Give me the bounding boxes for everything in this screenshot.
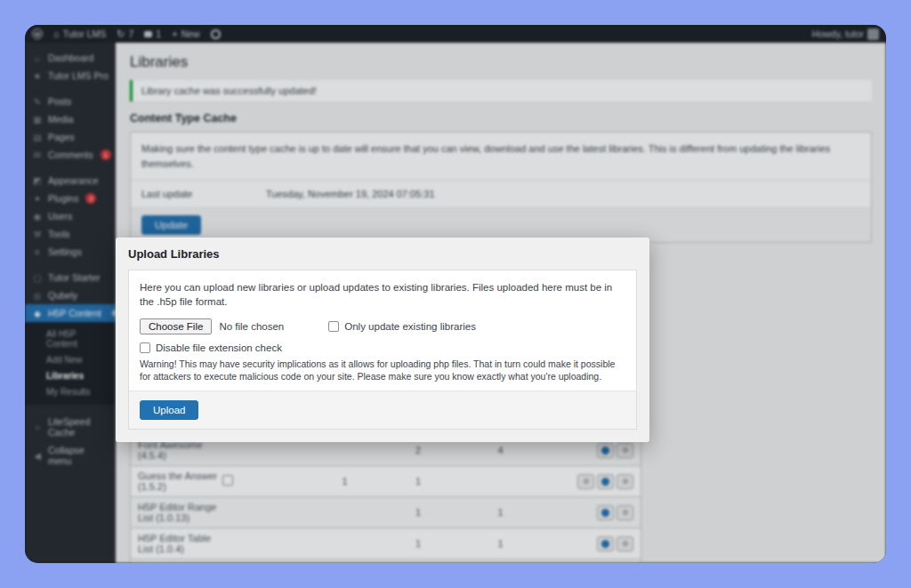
delete-library-button[interactable]	[617, 536, 633, 552]
site-name-link[interactable]: ⌂ Tutor LMS	[53, 28, 106, 39]
sidebar-item-label: Settings	[48, 246, 82, 257]
sidebar-item-tools[interactable]: ⚒Tools	[25, 225, 116, 243]
contents-using-count: 1	[378, 538, 458, 549]
circle-icon	[623, 510, 628, 515]
upload-description: Here you can upload new libraries or upl…	[140, 280, 625, 309]
upgrade-library-button[interactable]	[597, 474, 614, 489]
comments-count: 1	[156, 28, 161, 39]
content-results-button[interactable]	[577, 474, 594, 489]
updates-icon: ↻	[117, 29, 125, 39]
upgrade-icon	[601, 540, 609, 548]
litespeed-toolbar-icon[interactable]	[211, 29, 221, 39]
sidebar-subitem-my-results[interactable]: My Results	[25, 383, 116, 399]
pages-icon: ▤	[32, 133, 43, 142]
sidebar-subitem-libraries[interactable]: Libraries	[25, 367, 116, 383]
library-title: Guess the Answer (1.5.2)	[138, 471, 222, 492]
success-notice: Library cache was successfully updated!	[130, 80, 872, 101]
sidebar-item-label: LiteSpeed Cache	[48, 416, 109, 438]
sidebar-item-appearance[interactable]: ◩Appearance	[25, 172, 116, 189]
sidebar-item-dashboard[interactable]: ⌂Dashboard	[25, 49, 116, 67]
sidebar-item-label: Tools	[48, 229, 70, 239]
contents-using-count: 2	[378, 445, 458, 455]
comment-bubble-icon	[144, 31, 152, 37]
actions-cell	[543, 443, 633, 458]
actions-cell	[543, 536, 633, 552]
media-icon: ▦	[32, 115, 43, 125]
delete-library-button[interactable]	[617, 443, 633, 458]
collapse-arrow-icon: ◀	[32, 451, 43, 461]
restricted-checkbox[interactable]	[222, 475, 233, 486]
last-update-label: Last update	[141, 189, 266, 199]
notice-text: Library cache was successfully updated!	[141, 85, 317, 96]
sidebar-item-label: Users	[48, 211, 72, 222]
sidebar-item-plugins[interactable]: ✦Plugins2	[25, 189, 116, 207]
home-icon: ⌂	[53, 29, 60, 39]
howdy-menu[interactable]: Howdy, tutor	[812, 28, 879, 40]
update-cache-button[interactable]: Update	[141, 215, 201, 235]
disable-extension-check-checkbox[interactable]	[140, 342, 150, 353]
no-file-chosen-text: No file chosen	[219, 321, 284, 332]
howdy-text: Howdy, tutor	[812, 28, 864, 39]
sidebar-item-users[interactable]: ◉Users	[25, 207, 116, 225]
content-type-cache-heading: Content Type Cache	[130, 112, 872, 125]
only-update-checkbox[interactable]	[328, 321, 339, 332]
users-icon: ◉	[32, 212, 43, 222]
libraries-using-count: 4	[458, 445, 543, 455]
new-menu[interactable]: + New	[172, 28, 199, 39]
tools-icon: ⚒	[32, 230, 43, 239]
sidebar-menu: ⌂Dashboard★Tutor LMS Pro✎Posts▦Media▤Pag…	[25, 49, 116, 470]
upload-libraries-heading: Upload Libraries	[128, 247, 637, 261]
sidebar-item-comments[interactable]: ✉Comments1	[25, 146, 116, 164]
h5p-submenu: All H5P ContentAdd NewLibrariesMy Result…	[25, 322, 116, 405]
plus-icon: +	[172, 29, 177, 39]
browser-window: W ⌂ Tutor LMS ↻ 7 1 + New Howdy, tutor	[25, 25, 886, 563]
restricted-cell	[222, 475, 311, 487]
upload-libraries-modal: Upload Libraries Here you can upload new…	[116, 238, 649, 442]
libraries-using-count: 1	[458, 507, 543, 518]
user-avatar	[867, 28, 879, 40]
sidebar-item-label: Tutor Starter	[48, 272, 101, 283]
sidebar-item-media[interactable]: ▦Media	[25, 110, 116, 128]
plugin-icon: ✦	[32, 194, 43, 204]
tutor-starter-icon: ▢	[32, 273, 43, 283]
new-label: New	[181, 28, 200, 39]
litespeed-icon: ○	[32, 423, 43, 432]
table-row-h5p-editor-table-list-1-0-4: H5P Editor Table List (1.0.4)11	[130, 528, 641, 559]
sidebar-subitem-add-new[interactable]: Add New	[25, 351, 116, 367]
sidebar-item-label: Plugins	[48, 193, 78, 204]
sidebar-item-pages[interactable]: ▤Pages	[25, 128, 116, 146]
library-title: Font Awesome (4.5.4)	[138, 439, 222, 461]
upload-button[interactable]: Upload	[140, 400, 198, 420]
count-badge: 1	[101, 149, 111, 160]
sidebar-item-collapse-menu[interactable]: ◀Collapse menu	[25, 441, 116, 470]
table-row-h5p-editor-range-list-1-0-13: H5P Editor Range List (1.0.13)11	[130, 496, 641, 528]
sidebar-item-qubely[interactable]: ◎Qubely	[25, 286, 116, 304]
choose-file-button[interactable]: Choose File	[140, 318, 212, 334]
contents-using-count: 1	[378, 476, 458, 487]
delete-library-button[interactable]	[617, 505, 633, 520]
sidebar-item-h5p-content[interactable]: ◆H5P Content	[25, 304, 116, 322]
library-title: H5P Editor Range List (1.0.13)	[138, 502, 222, 523]
contents-count: 1	[311, 476, 378, 487]
upgrade-library-button[interactable]	[597, 536, 614, 552]
sidebar-item-litespeed-cache[interactable]: ○LiteSpeed Cache	[25, 413, 116, 441]
sidebar-item-settings[interactable]: ≡Settings	[25, 243, 116, 261]
sidebar-item-label: Dashboard	[48, 52, 93, 63]
comments-indicator[interactable]: 1	[144, 28, 161, 39]
updates-indicator[interactable]: ↻ 7	[117, 28, 133, 39]
count-badge: 2	[85, 193, 96, 204]
wp-admin-bar: W ⌂ Tutor LMS ↻ 7 1 + New Howdy, tutor	[25, 25, 886, 43]
sidebar-item-posts[interactable]: ✎Posts	[25, 93, 116, 110]
delete-library-button[interactable]	[617, 474, 633, 489]
sidebar-item-tutor-starter[interactable]: ▢Tutor Starter	[25, 269, 116, 286]
sidebar-item-tutor-lms-pro[interactable]: ★Tutor LMS Pro	[25, 67, 116, 85]
sidebar-item-label: H5P Content	[48, 308, 101, 318]
appearance-icon: ◩	[32, 176, 43, 186]
graduation-cap-icon: ★	[32, 71, 43, 81]
wordpress-logo-icon[interactable]: W	[32, 28, 43, 39]
upgrade-library-button[interactable]	[597, 505, 614, 520]
sidebar-item-label: Posts	[48, 96, 71, 107]
cache-description: Making sure the content type cache is up…	[131, 133, 871, 180]
sidebar-subitem-all-h5p-content[interactable]: All H5P Content	[25, 326, 116, 351]
upgrade-library-button[interactable]	[597, 443, 614, 458]
